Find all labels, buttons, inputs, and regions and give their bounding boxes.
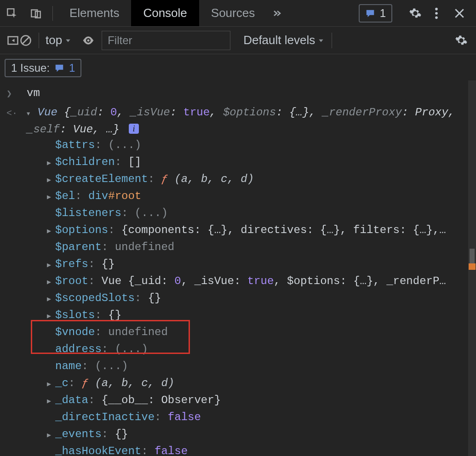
svg-point-8	[87, 39, 90, 41]
prop-address[interactable]: address: (...)	[47, 342, 470, 359]
tab-console[interactable]: Console	[131, 0, 199, 26]
prop-directInactive[interactable]: _directInactive: false	[47, 410, 470, 427]
svg-point-4	[435, 12, 438, 15]
clear-console-icon[interactable]	[19, 34, 32, 47]
input-text: vm	[27, 86, 470, 101]
prop-el[interactable]: ▶$el: div#root	[47, 188, 470, 205]
kebab-menu-icon[interactable]	[428, 5, 445, 22]
issues-count: 1	[69, 62, 75, 74]
console-input-echo: ❯ vm	[6, 86, 470, 102]
svg-point-5	[435, 16, 438, 19]
inspect-element-icon[interactable]	[5, 6, 19, 21]
tab-elements[interactable]: Elements	[57, 0, 131, 26]
prop-attrs[interactable]: $attrs: (...)	[47, 137, 470, 154]
more-tabs-icon[interactable]	[270, 6, 284, 21]
context-label: top	[46, 33, 62, 47]
issues-label: 1 Issue:	[11, 62, 50, 74]
execution-context-selector[interactable]: top	[46, 33, 71, 47]
prop-scopedSlots[interactable]: ▶$scopedSlots: {}	[47, 291, 470, 308]
devtools-tabbar: Elements Console Sources 1	[0, 0, 476, 27]
scrollbar-marker	[469, 263, 476, 270]
expanded-properties: $attrs: (...) ▶$children: [] ▶$createEle…	[27, 137, 470, 456]
device-toggle-icon[interactable]	[29, 6, 43, 21]
prop-name[interactable]: name: (...)	[47, 359, 470, 376]
separator	[52, 6, 53, 21]
console-result[interactable]: <· ▼ Vue {_uid: 0, _isVue: true, $option…	[6, 105, 470, 137]
console-toolbar: top Default levels	[0, 27, 476, 54]
separator	[39, 33, 39, 48]
console-output: ❯ vm <· ▼ Vue {_uid: 0, _isVue: true, $o…	[0, 77, 476, 456]
filter-input[interactable]	[102, 31, 230, 50]
svg-point-3	[435, 7, 438, 10]
live-expression-icon[interactable]	[81, 34, 95, 47]
prop-c[interactable]: ▶_c: ƒ (a, b, c, d)	[47, 376, 470, 393]
prompt-icon: ❯	[6, 86, 27, 102]
object-summary[interactable]: Vue {_uid: 0, _isVue: true, $options: {……	[27, 106, 455, 136]
scrollbar[interactable]	[468, 80, 476, 456]
prop-refs[interactable]: ▶$refs: {}	[47, 256, 470, 274]
prop-hasHookEvent[interactable]: _hasHookEvent: false	[47, 444, 470, 456]
prop-parent[interactable]: $parent: undefined	[47, 239, 470, 256]
tab-sources[interactable]: Sources	[199, 0, 267, 26]
prop-children[interactable]: ▶$children: []	[47, 154, 470, 171]
prop-root[interactable]: ▶$root: Vue {_uid: 0, _isVue: true, $opt…	[47, 274, 470, 291]
console-settings-icon[interactable]	[453, 32, 470, 49]
settings-icon[interactable]	[407, 5, 424, 22]
messages-count: 1	[380, 7, 386, 20]
prop-listeners[interactable]: $listeners: (...)	[47, 205, 470, 222]
log-levels-selector[interactable]: Default levels	[243, 33, 324, 47]
prop-createElement[interactable]: ▶$createElement: ƒ (a, b, c, d)	[47, 171, 470, 188]
toggle-sidebar-icon[interactable]	[6, 34, 19, 47]
prop-vnode[interactable]: $vnode: undefined	[47, 325, 470, 342]
prop-slots[interactable]: ▶$slots: {}	[47, 308, 470, 325]
info-badge-icon[interactable]: i	[129, 124, 139, 134]
issues-bar: 1 Issue: 1	[0, 54, 476, 77]
prop-events[interactable]: ▶_events: {}	[47, 427, 470, 444]
expand-toggle-icon[interactable]: ▼	[27, 106, 30, 122]
prop-data[interactable]: ▶_data: {__ob__: Observer}	[47, 393, 470, 410]
prop-options[interactable]: ▶$options: {components: {…}, directives:…	[47, 222, 470, 239]
levels-label: Default levels	[243, 33, 315, 47]
close-icon[interactable]	[451, 5, 468, 22]
issues-chip[interactable]: 1 Issue: 1	[5, 59, 81, 77]
separator	[332, 33, 332, 48]
messages-pill[interactable]: 1	[359, 4, 392, 23]
result-icon: <·	[6, 105, 27, 121]
